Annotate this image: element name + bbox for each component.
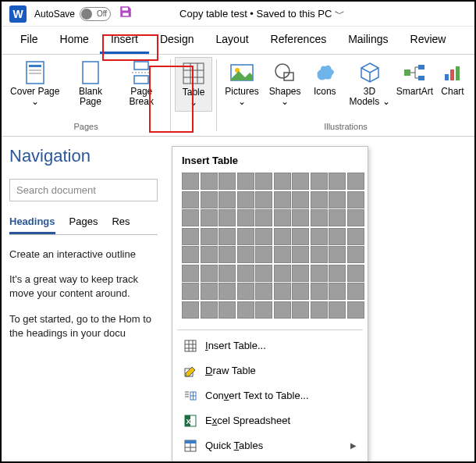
grid-cell[interactable] — [274, 173, 291, 190]
grid-cell[interactable] — [329, 301, 346, 319]
grid-cell[interactable] — [329, 265, 346, 282]
grid-cell[interactable] — [347, 246, 364, 263]
grid-cell[interactable] — [201, 173, 218, 190]
grid-cell[interactable] — [237, 301, 254, 319]
grid-cell[interactable] — [201, 191, 218, 208]
tab-design[interactable]: Design — [149, 27, 205, 54]
convert-text-to-table-item[interactable]: Convert Text to Table... — [177, 383, 363, 408]
grid-cell[interactable] — [237, 173, 254, 190]
3d-models-button[interactable]: 3D Models ⌄ — [344, 57, 395, 110]
grid-cell[interactable] — [182, 228, 199, 245]
grid-cell[interactable] — [292, 246, 309, 263]
grid-cell[interactable] — [292, 173, 309, 190]
grid-cell[interactable] — [347, 265, 364, 282]
grid-cell[interactable] — [182, 173, 199, 190]
grid-cell[interactable] — [218, 265, 236, 282]
cover-page-button[interactable]: Cover Page ⌄ — [5, 57, 64, 110]
grid-cell[interactable] — [237, 191, 254, 208]
tab-file[interactable]: File — [9, 27, 49, 54]
grid-cell[interactable] — [255, 283, 272, 300]
grid-cell[interactable] — [255, 173, 272, 190]
grid-cell[interactable] — [255, 209, 272, 226]
grid-cell[interactable] — [329, 228, 346, 245]
grid-cell[interactable] — [292, 228, 309, 245]
grid-cell[interactable] — [329, 246, 346, 263]
grid-cell[interactable] — [182, 265, 199, 282]
grid-cell[interactable] — [218, 191, 236, 208]
table-button[interactable]: Table ⌄ — [175, 57, 212, 112]
grid-cell[interactable] — [347, 173, 364, 190]
grid-cell[interactable] — [329, 173, 346, 190]
grid-cell[interactable] — [292, 191, 309, 208]
grid-cell[interactable] — [255, 228, 272, 245]
grid-cell[interactable] — [311, 209, 328, 226]
grid-cell[interactable] — [201, 301, 218, 319]
grid-cell[interactable] — [218, 283, 236, 300]
toggle-switch[interactable]: Off — [80, 7, 111, 21]
grid-cell[interactable] — [311, 283, 328, 300]
tab-layout[interactable]: Layout — [205, 27, 260, 54]
autosave-toggle[interactable]: AutoSave Off — [34, 7, 111, 21]
grid-cell[interactable] — [292, 301, 309, 319]
grid-cell[interactable] — [201, 246, 218, 263]
blank-page-button[interactable]: Blank Page — [66, 57, 115, 110]
tab-insert[interactable]: Insert — [100, 27, 149, 54]
page-break-button[interactable]: Page Break — [116, 57, 166, 110]
grid-cell[interactable] — [329, 191, 346, 208]
grid-cell[interactable] — [182, 283, 199, 300]
grid-cell[interactable] — [201, 209, 218, 226]
grid-cell[interactable] — [274, 265, 291, 282]
grid-cell[interactable] — [347, 209, 364, 226]
grid-cell[interactable] — [347, 191, 364, 208]
nav-tab-results[interactable]: Res — [112, 215, 130, 234]
grid-cell[interactable] — [274, 246, 291, 263]
grid-cell[interactable] — [201, 283, 218, 300]
insert-table-item[interactable]: Insert Table... — [177, 333, 363, 358]
grid-cell[interactable] — [237, 246, 254, 263]
grid-cell[interactable] — [311, 173, 328, 190]
grid-cell[interactable] — [255, 301, 272, 319]
grid-cell[interactable] — [218, 209, 236, 226]
grid-cell[interactable] — [182, 301, 199, 319]
grid-cell[interactable] — [347, 228, 364, 245]
grid-cell[interactable] — [201, 228, 218, 245]
grid-cell[interactable] — [311, 265, 328, 282]
table-grid-picker[interactable] — [177, 169, 363, 326]
grid-cell[interactable] — [274, 301, 291, 319]
grid-cell[interactable] — [311, 301, 328, 319]
grid-cell[interactable] — [292, 265, 309, 282]
grid-cell[interactable] — [201, 265, 218, 282]
grid-cell[interactable] — [182, 191, 199, 208]
search-input[interactable]: Search document — [9, 179, 158, 201]
grid-cell[interactable] — [311, 191, 328, 208]
grid-cell[interactable] — [237, 209, 254, 226]
grid-cell[interactable] — [329, 283, 346, 300]
grid-cell[interactable] — [237, 228, 254, 245]
grid-cell[interactable] — [292, 283, 309, 300]
grid-cell[interactable] — [311, 228, 328, 245]
grid-cell[interactable] — [274, 228, 291, 245]
tab-review[interactable]: Review — [400, 27, 457, 54]
grid-cell[interactable] — [218, 301, 236, 319]
grid-cell[interactable] — [347, 301, 364, 319]
excel-spreadsheet-item[interactable]: X Excel Spreadsheet — [177, 408, 363, 433]
tab-references[interactable]: References — [260, 27, 338, 54]
grid-cell[interactable] — [274, 283, 291, 300]
smartart-button[interactable]: SmartArt — [396, 57, 433, 110]
icons-button[interactable]: Icons — [307, 57, 343, 110]
grid-cell[interactable] — [274, 209, 291, 226]
nav-tab-headings[interactable]: Headings — [9, 215, 55, 234]
grid-cell[interactable] — [255, 246, 272, 263]
pictures-button[interactable]: Pictures ⌄ — [221, 57, 263, 110]
grid-cell[interactable] — [255, 191, 272, 208]
grid-cell[interactable] — [311, 246, 328, 263]
draw-table-item[interactable]: Draw Table — [177, 358, 363, 383]
grid-cell[interactable] — [292, 209, 309, 226]
shapes-button[interactable]: Shapes ⌄ — [265, 57, 305, 110]
grid-cell[interactable] — [218, 228, 236, 245]
grid-cell[interactable] — [182, 209, 199, 226]
save-icon[interactable] — [119, 5, 133, 23]
grid-cell[interactable] — [255, 265, 272, 282]
tab-home[interactable]: Home — [49, 27, 100, 54]
grid-cell[interactable] — [329, 209, 346, 226]
